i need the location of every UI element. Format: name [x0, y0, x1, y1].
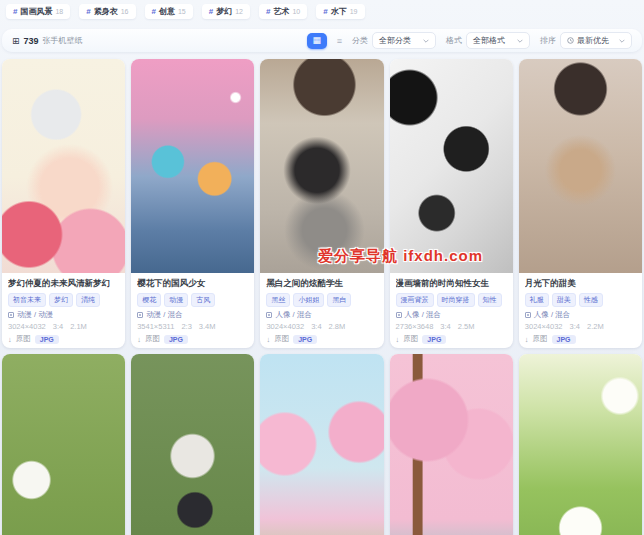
card-title: 梦幻仲夏的未来风清新梦幻 [8, 278, 119, 290]
download-line: ↓ 原图 JPG [525, 334, 636, 344]
tag-chip[interactable]: 黑丝 [266, 293, 290, 307]
tag-pill[interactable]: # 创意 15 [145, 4, 193, 19]
meta-line: 3541×5311 2:3 3.4M [137, 322, 248, 331]
category-text: 动漫 / 混合 [146, 310, 182, 320]
meta-line: 2736×3648 3:4 2.5M [396, 322, 507, 331]
wallpaper-card[interactable] [131, 354, 254, 535]
tag-label: 紧身衣 [94, 6, 118, 17]
tag-pill[interactable]: # 梦幻 12 [202, 4, 250, 19]
wallpaper-thumbnail[interactable] [390, 59, 513, 273]
format-badge: JPG [293, 335, 317, 344]
format-badge: JPG [422, 335, 446, 344]
category-line: 人像 / 混合 [396, 310, 507, 320]
hash-icon: # [86, 7, 90, 16]
ratio-text: 3:4 [440, 322, 450, 331]
wallpaper-card[interactable] [519, 354, 642, 535]
card-info: 月光下的甜美 礼服 甜美 性感 人像 / 混合 3024×4032 3:4 2.… [519, 273, 642, 348]
wallpaper-thumbnail[interactable] [519, 59, 642, 273]
wallpaper-card[interactable]: 樱花下的国风少女 樱花 动漫 古风 动漫 / 混合 3541×5311 2:3 … [131, 59, 254, 348]
original-label[interactable]: 原图 [274, 334, 289, 344]
ratio-text: 3:4 [53, 322, 63, 331]
tag-pill[interactable]: # 水下 19 [316, 4, 364, 19]
hash-icon: # [266, 7, 270, 16]
original-label[interactable]: 原图 [533, 334, 548, 344]
tag-chip[interactable]: 梦幻 [49, 293, 73, 307]
wallpaper-count: ⊞ 739 张手机壁纸 [12, 35, 83, 46]
ratio-text: 3:4 [570, 322, 580, 331]
total-count: 739 [24, 36, 39, 46]
download-icon: ↓ [8, 335, 12, 344]
sort-select[interactable]: 最新优先 [560, 32, 632, 49]
wallpaper-card[interactable] [390, 354, 513, 535]
tag-chip[interactable]: 樱花 [137, 293, 161, 307]
format-select[interactable]: 全部格式 [466, 32, 530, 49]
original-label[interactable]: 原图 [145, 334, 160, 344]
sort-select-value: 最新优先 [567, 35, 609, 46]
filesize-text: 2.8M [329, 322, 346, 331]
category-select[interactable]: 全部分类 [372, 32, 436, 49]
original-label[interactable]: 原图 [403, 334, 418, 344]
tag-chip[interactable]: 初音未来 [8, 293, 46, 307]
wallpaper-grid: 梦幻仲夏的未来风清新梦幻 初音未来 梦幻 清纯 动漫 / 动漫 3024×403… [2, 59, 642, 535]
ratio-text: 2:3 [181, 322, 191, 331]
tag-pill[interactable]: # 国画风景 18 [6, 4, 70, 19]
wallpaper-thumbnail[interactable] [2, 354, 125, 535]
filesize-text: 2.2M [587, 322, 604, 331]
tag-count: 15 [178, 8, 186, 15]
card-title: 黑白之间的炫酷学生 [266, 278, 377, 290]
wallpaper-thumbnail[interactable] [131, 59, 254, 273]
wallpaper-thumbnail[interactable] [2, 59, 125, 273]
tag-chip[interactable]: 清纯 [76, 293, 100, 307]
category-icon [266, 312, 272, 318]
tag-pill[interactable]: # 艺术 10 [259, 4, 307, 19]
tag-chip[interactable]: 时尚穿搭 [437, 293, 475, 307]
wallpaper-thumbnail[interactable] [390, 354, 513, 535]
tag-label: 水下 [331, 6, 347, 17]
grid-count-icon: ⊞ [12, 36, 20, 46]
tag-chip[interactable]: 古风 [191, 293, 215, 307]
wallpaper-thumbnail[interactable] [519, 354, 642, 535]
wallpaper-thumbnail[interactable] [260, 59, 383, 273]
category-filter-group: 分类 全部分类 [352, 32, 436, 49]
wallpaper-card[interactable]: 月光下的甜美 礼服 甜美 性感 人像 / 混合 3024×4032 3:4 2.… [519, 59, 642, 348]
wallpaper-thumbnail[interactable] [131, 354, 254, 535]
download-icon: ↓ [266, 335, 270, 344]
resolution-text: 2736×3648 [396, 322, 434, 331]
wallpaper-thumbnail[interactable] [260, 354, 383, 535]
tag-chip[interactable]: 甜美 [552, 293, 576, 307]
category-text: 动漫 / 动漫 [17, 310, 53, 320]
filesize-text: 2.5M [458, 322, 475, 331]
wallpaper-card[interactable]: 梦幻仲夏的未来风清新梦幻 初音未来 梦幻 清纯 动漫 / 动漫 3024×403… [2, 59, 125, 348]
tag-chip[interactable]: 小姐姐 [293, 293, 324, 307]
wallpaper-card[interactable]: 黑白之间的炫酷学生 黑丝 小姐姐 黑白 人像 / 混合 3024×4032 3:… [260, 59, 383, 348]
format-select-value: 全部格式 [473, 35, 505, 46]
download-icon: ↓ [137, 335, 141, 344]
wallpaper-card[interactable] [260, 354, 383, 535]
tag-chip[interactable]: 性感 [579, 293, 603, 307]
filesize-text: 3.4M [199, 322, 216, 331]
meta-line: 3024×4032 3:4 2.2M [525, 322, 636, 331]
tag-chip-row: 漫画背景 时尚穿搭 知性 [396, 293, 507, 307]
category-line: 动漫 / 混合 [137, 310, 248, 320]
wallpaper-card[interactable]: 漫画墙前的时尚知性女生 漫画背景 时尚穿搭 知性 人像 / 混合 2736×36… [390, 59, 513, 348]
tag-chip[interactable]: 漫画背景 [396, 293, 434, 307]
tag-chip-row: 初音未来 梦幻 清纯 [8, 293, 119, 307]
tag-chip[interactable]: 知性 [478, 293, 502, 307]
card-info: 樱花下的国风少女 樱花 动漫 古风 动漫 / 混合 3541×5311 2:3 … [131, 273, 254, 348]
grid-view-button[interactable]: ▦ [307, 33, 327, 49]
tag-chip[interactable]: 黑白 [327, 293, 351, 307]
wallpaper-card[interactable] [2, 354, 125, 535]
original-label[interactable]: 原图 [16, 334, 31, 344]
meta-line: 3024×4032 3:4 2.8M [266, 322, 377, 331]
tag-chip[interactable]: 礼服 [525, 293, 549, 307]
tag-bar: # 国画风景 18 # 紧身衣 16 # 创意 15 # 梦幻 12 # 艺术 … [0, 0, 644, 20]
format-filter-group: 格式 全部格式 [446, 32, 530, 49]
sort-filter-group: 排序 最新优先 [540, 32, 632, 49]
tag-pill[interactable]: # 紧身衣 16 [79, 4, 135, 19]
download-line: ↓ 原图 JPG [266, 334, 377, 344]
tag-chip-row: 礼服 甜美 性感 [525, 293, 636, 307]
tag-chip[interactable]: 动漫 [164, 293, 188, 307]
ratio-text: 3:4 [311, 322, 321, 331]
card-title: 月光下的甜美 [525, 278, 636, 290]
list-view-button[interactable]: ≡ [337, 36, 342, 46]
